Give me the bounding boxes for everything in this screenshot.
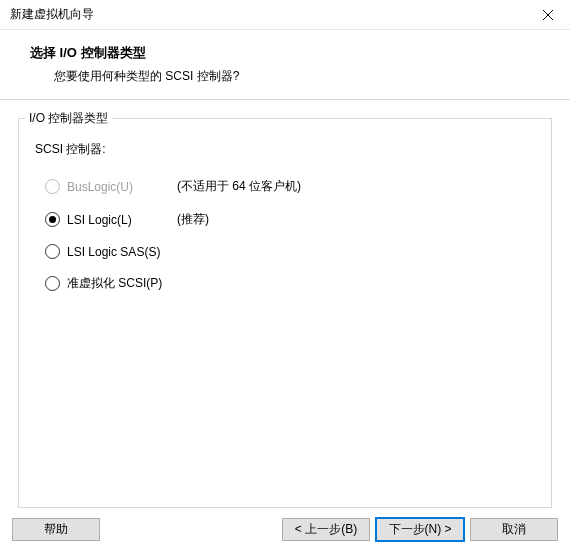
radio-hint: (不适用于 64 位客户机): [177, 178, 301, 195]
wizard-header: 选择 I/O 控制器类型 您要使用何种类型的 SCSI 控制器?: [0, 30, 570, 100]
cancel-button[interactable]: 取消: [470, 518, 558, 541]
radio-option-lsilogic[interactable]: LSI Logic(L) (推荐): [33, 205, 537, 234]
content-area: I/O 控制器类型 SCSI 控制器: BusLogic(U) (不适用于 64…: [0, 100, 570, 508]
close-button[interactable]: [525, 0, 570, 30]
radio-label: BusLogic(U): [67, 180, 167, 194]
close-icon: [543, 10, 553, 20]
titlebar-title: 新建虚拟机向导: [10, 6, 94, 23]
next-button[interactable]: 下一步(N) >: [376, 518, 464, 541]
page-subtitle: 您要使用何种类型的 SCSI 控制器?: [30, 68, 560, 85]
wizard-footer: 帮助 < 上一步(B) 下一步(N) > 取消: [0, 508, 570, 551]
fieldset-legend: I/O 控制器类型: [25, 110, 112, 127]
back-button[interactable]: < 上一步(B): [282, 518, 370, 541]
radio-paravirtual[interactable]: [45, 276, 60, 291]
radio-lsilogic-sas[interactable]: [45, 244, 60, 259]
help-button[interactable]: 帮助: [12, 518, 100, 541]
radio-option-lsilogic-sas[interactable]: LSI Logic SAS(S): [33, 238, 537, 265]
radio-label: 准虚拟化 SCSI(P): [67, 275, 167, 292]
page-title: 选择 I/O 控制器类型: [30, 44, 560, 62]
radio-label: LSI Logic SAS(S): [67, 245, 167, 259]
radio-buslogic: [45, 179, 60, 194]
scsi-label: SCSI 控制器:: [33, 141, 537, 158]
radio-label: LSI Logic(L): [67, 213, 167, 227]
radio-lsilogic[interactable]: [45, 212, 60, 227]
radio-hint: (推荐): [177, 211, 209, 228]
titlebar: 新建虚拟机向导: [0, 0, 570, 30]
radio-option-paravirtual[interactable]: 准虚拟化 SCSI(P): [33, 269, 537, 298]
radio-option-buslogic: BusLogic(U) (不适用于 64 位客户机): [33, 172, 537, 201]
io-controller-fieldset: I/O 控制器类型 SCSI 控制器: BusLogic(U) (不适用于 64…: [18, 118, 552, 508]
